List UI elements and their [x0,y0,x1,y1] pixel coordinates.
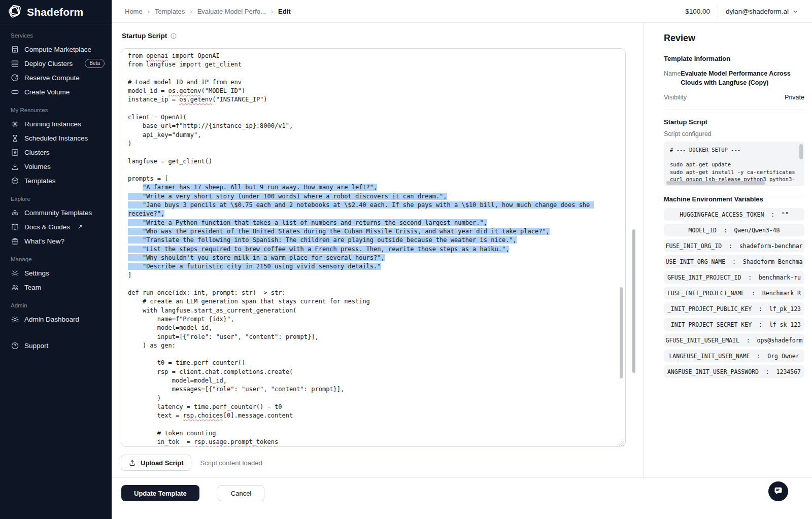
brand-name: Shadeform [27,6,84,18]
sidebar-item-team[interactable]: Team [0,280,112,294]
script-preview-code: # --- DOCKER SETUP --- sudo apt-get upda… [664,142,804,186]
breadcrumb-separator: › [271,8,273,15]
sidebar-item-settings[interactable]: Settings [0,266,112,280]
info-icon[interactable] [170,32,177,40]
sidebar-item-label: Docs & Guides [24,223,70,231]
sidebar-item-running-instances[interactable]: Running Instances [0,117,112,131]
review-title: Review [664,33,804,44]
template-name-row: Name Evaluate Model Performance Across C… [664,69,804,87]
upload-row: Upload Script Script content loaded [121,455,262,471]
sidebar-item-label: Team [24,284,41,291]
beta-badge: Beta [85,59,105,68]
env-var-pill: GFUSE_INIT_USER_EMAIL : ops@shadeform [664,334,804,347]
review-panel: Review Template Information Name Evaluat… [644,23,812,477]
script-preview-hscrollbar[interactable] [666,181,765,185]
shadeform-app: Shadeform ServicesCompute MarketplaceDep… [0,0,812,519]
help-circle-icon [11,341,19,350]
chat-support-button[interactable] [768,481,788,501]
sidebar-item-scheduled-instances[interactable]: Scheduled Instances [0,131,112,145]
sidebar-item-label: Templates [24,177,56,185]
hourglass-icon [11,134,19,143]
upload-status-text: Script content loaded [200,459,262,467]
gear-icon [11,269,19,278]
sidebar-nav: ServicesCompute MarketplaceDeploy Cluste… [0,24,112,326]
sidebar: Shadeform ServicesCompute MarketplaceDep… [0,0,112,519]
sidebar-item-support[interactable]: Support [0,338,112,353]
startup-script-editor[interactable]: from openai import OpenAI from langfuse … [121,48,626,447]
cpu-chip-icon [11,120,19,128]
sidebar-item-compute-marketplace[interactable]: Compute Marketplace [0,42,112,56]
template-name-value: Evaluate Model Performance Across Clouds… [681,69,804,87]
sidebar-item-admin-dashboard[interactable]: Admin Dashboard [0,312,112,326]
startup-script-heading: Startup Script [664,118,804,126]
script-preview[interactable]: # --- DOCKER SETUP --- sudo apt-get upda… [664,142,804,186]
cube-icon [11,177,19,185]
gift-icon [11,237,19,246]
sidebar-section-label: Services [0,32,112,39]
book-icon [11,223,19,231]
script-preview-vscrollbar[interactable] [799,144,803,159]
page-scrollbar-thumb[interactable] [632,229,635,373]
name-label: Name [664,69,681,87]
update-template-button[interactable]: Update Template [121,485,199,501]
brand[interactable]: Shadeform [0,0,112,24]
sidebar-item-label: Running Instances [24,120,81,128]
sidebar-item-label: Scheduled Instances [24,134,88,142]
topbar: Home›Templates›Evaluate Model Perfo...›E… [112,0,812,23]
editor-scrollbar-thumb[interactable] [620,287,623,378]
upload-script-label: Upload Script [141,459,184,467]
sidebar-item-label: Support [24,342,48,350]
env-var-pill: _INIT_PROJECT_SECRET_KEY : lf_sk_123 [664,318,804,331]
sidebar-item-clusters[interactable]: Clusters [0,145,112,159]
breadcrumb-item-edit: Edit [278,8,291,15]
user-email: dylan@shadeform.ai [726,8,789,15]
sidebar-section-label: My Resources [0,107,112,113]
sidebar-item-what-s-new[interactable]: What's New? [0,234,112,248]
visibility-value: Private [785,94,804,101]
sidebar-item-label: Clusters [24,149,50,156]
breadcrumb-separator: › [148,8,150,15]
sidebar-item-label: Admin Dashboard [24,316,79,323]
sidebar-item-docs-guides[interactable]: Docs & Guides↗ [0,220,112,234]
breadcrumb-item-home[interactable]: Home [125,8,143,15]
env-var-pill: _INIT_PROJECT_PUBLIC_KEY : lf_pk_123 [664,302,804,315]
visibility-row: Visibility Private [664,94,804,101]
topbar-right: $100.00 dylan@shadeform.ai [685,5,799,17]
sidebar-section-label: Manage [0,256,112,262]
sidebar-item-label: What's New? [24,237,64,245]
env-var-pill: GFUSE_INIT_PROJECT_ID : benchmark-ru [664,271,804,284]
startup-script-title: Startup Script [122,32,167,40]
breadcrumb: Home›Templates›Evaluate Model Perfo...›E… [125,8,291,15]
breadcrumb-item-templates[interactable]: Templates [155,8,185,15]
cluster-icon [11,148,19,157]
volume-drive-icon [11,88,19,96]
sidebar-item-label: Deploy Clusters [24,60,73,67]
sidebar-item-label: Volumes [24,163,51,170]
env-var-list: HUGGINGFACE_ACCESS_TOKEN : ""MODEL_ID : … [664,208,804,378]
sidebar-item-label: Settings [24,269,49,277]
download-tray-icon [11,162,19,171]
upload-icon [128,459,136,467]
chat-bubble-icon [773,486,784,497]
env-var-pill: FUSE_INIT_PROJECT_NAME : Benchmark R [664,287,804,299]
cancel-button[interactable]: Cancel [218,485,264,501]
startup-script-code[interactable]: from openai import OpenAI from langfuse … [121,48,625,446]
sidebar-item-label: Community Templates [24,209,92,217]
breadcrumb-item-evaluate-model-perfo[interactable]: Evaluate Model Perfo... [197,8,266,15]
sidebar-item-label: Create Volume [24,88,70,96]
env-var-pill: ANGFUSE_INIT_USER_PASSWORD : 1234567 [664,365,804,378]
sidebar-item-community-templates[interactable]: Community Templates [0,205,112,220]
template-information-heading: Template Information [664,55,804,62]
sidebar-section-label: Admin [0,302,112,308]
account-balance[interactable]: $100.00 [685,8,710,15]
server-stack-icon [11,59,19,68]
topbar-divider [718,5,718,17]
sidebar-item-create-volume[interactable]: Create Volume [0,85,112,99]
script-configured-text: Script configured [664,130,804,137]
user-menu[interactable]: dylan@shadeform.ai [726,8,799,15]
sidebar-item-volumes[interactable]: Volumes [0,159,112,174]
sidebar-item-templates[interactable]: Templates [0,174,112,188]
upload-script-button[interactable]: Upload Script [121,455,191,471]
sidebar-item-deploy-clusters[interactable]: Deploy ClustersBeta [0,56,112,71]
sidebar-item-reserve-compute[interactable]: Reserve Compute [0,71,112,85]
